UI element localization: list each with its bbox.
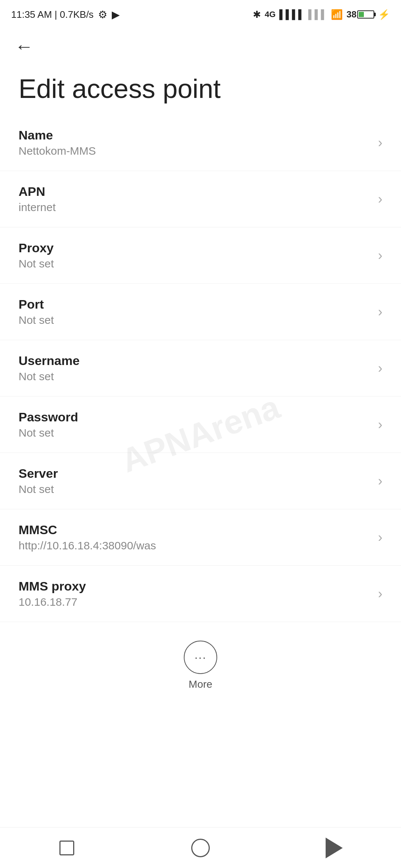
settings-list: Name Nettokom-MMS › APN internet › Proxy… [0,115,401,622]
settings-item-label-password: Password [19,410,78,424]
nav-square-icon [59,841,74,855]
battery-percent: 38 [346,9,356,20]
signal-4g-icon: 4G [265,10,276,19]
wifi-icon: 📶 [331,9,343,20]
settings-item-label-port: Port [19,297,54,312]
settings-item-username[interactable]: Username Not set › [0,340,401,397]
nav-circle-icon [191,839,210,857]
status-icons: ✱ 4G ▌▌▌▌ ▌▌▌ 📶 38 ⚡ [253,9,390,20]
settings-item-label-mms-proxy: MMS proxy [19,579,86,594]
more-button[interactable]: ··· [184,641,217,674]
chevron-right-icon-apn: › [378,191,382,207]
page-title: Edit access point [0,59,401,115]
settings-item-label-mmsc: MMSC [19,523,156,537]
settings-item-content-username: Username Not set [19,354,79,383]
settings-icon: ⚙ [98,9,107,21]
time-text: 11:35 AM | 0.7KB/s [11,9,94,20]
nav-triangle-icon [326,838,343,858]
settings-item-mmsc[interactable]: MMSC http://10.16.18.4:38090/was › [0,509,401,566]
settings-item-value-mmsc: http://10.16.18.4:38090/was [19,539,156,552]
nav-home-button[interactable] [186,833,215,863]
chevron-right-icon-mms-proxy: › [378,586,382,602]
settings-item-label-apn: APN [19,184,56,199]
signal-bars2-icon: ▌▌▌ [308,9,327,20]
more-dots-icon: ··· [195,651,207,664]
settings-item-proxy[interactable]: Proxy Not set › [0,227,401,284]
battery-box [357,10,374,19]
battery-fill [359,12,364,17]
chevron-right-icon-proxy: › [378,248,382,263]
settings-item-value-server: Not set [19,483,58,496]
settings-item-content-server: Server Not set [19,466,58,496]
more-label: More [189,678,212,690]
settings-item-value-apn: internet [19,201,56,214]
settings-item-label-proxy: Proxy [19,241,54,255]
chevron-right-icon-username: › [378,361,382,376]
settings-item-server[interactable]: Server Not set › [0,453,401,509]
settings-item-content-port: Port Not set [19,297,54,326]
status-time: 11:35 AM | 0.7KB/s ⚙ ▶ [11,9,120,21]
signal-bars-icon: ▌▌▌▌ [279,9,304,20]
settings-item-port[interactable]: Port Not set › [0,284,401,340]
chevron-right-icon-mmsc: › [378,530,382,545]
nav-square-button[interactable] [52,833,82,863]
settings-item-mms-proxy[interactable]: MMS proxy 10.16.18.77 › [0,566,401,622]
chevron-right-icon-name: › [378,135,382,151]
settings-item-content-name: Name Nettokom-MMS [19,128,96,157]
settings-item-value-username: Not set [19,370,79,383]
settings-item-label-name: Name [19,128,96,142]
settings-item-value-mms-proxy: 10.16.18.77 [19,596,86,608]
settings-item-content-apn: APN internet [19,184,56,214]
settings-item-content-mms-proxy: MMS proxy 10.16.18.77 [19,579,86,608]
chevron-right-icon-password: › [378,417,382,433]
bolt-icon: ⚡ [378,9,390,20]
top-nav: ← [0,26,401,59]
battery-indicator: 38 [346,9,374,20]
settings-item-apn[interactable]: APN internet › [0,171,401,227]
bluetooth-icon: ✱ [253,9,261,20]
settings-item-name[interactable]: Name Nettokom-MMS › [0,115,401,171]
settings-item-value-name: Nettokom-MMS [19,145,96,157]
settings-item-label-server: Server [19,466,58,481]
settings-item-value-proxy: Not set [19,257,54,270]
settings-item-value-port: Not set [19,314,54,326]
chevron-right-icon-server: › [378,473,382,489]
back-button[interactable]: ← [15,37,33,56]
settings-item-value-password: Not set [19,427,78,439]
video-icon: ▶ [112,9,120,21]
settings-item-content-mmsc: MMSC http://10.16.18.4:38090/was [19,523,156,552]
nav-back-button[interactable] [319,833,349,863]
settings-item-content-password: Password Not set [19,410,78,439]
more-section: ··· More [0,622,401,701]
bottom-nav-bar [0,827,401,868]
status-bar: 11:35 AM | 0.7KB/s ⚙ ▶ ✱ 4G ▌▌▌▌ ▌▌▌ 📶 3… [0,0,401,26]
settings-item-content-proxy: Proxy Not set [19,241,54,270]
settings-item-password[interactable]: Password Not set › [0,397,401,453]
settings-item-label-username: Username [19,354,79,368]
chevron-right-icon-port: › [378,304,382,320]
